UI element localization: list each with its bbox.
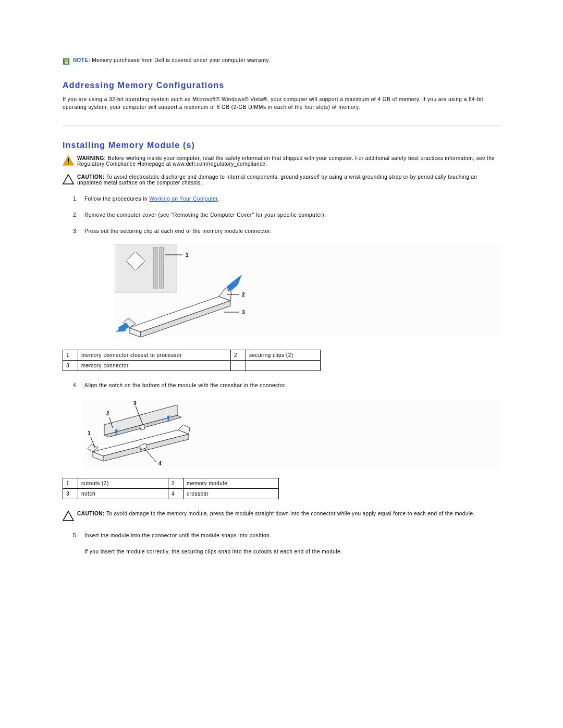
dia1-label-3: 3: [242, 310, 245, 315]
table-row: 3 memory connector: [63, 361, 321, 371]
parts-table-2: 1 cutouts (2) 2 memory module 3 notch 4 …: [63, 478, 279, 499]
step-1-post: .: [218, 196, 219, 202]
t2-2: memory module: [183, 478, 279, 489]
table-row: 1 cutouts (2) 2 memory module: [63, 478, 279, 489]
caution1-body: To avoid electrostatic discharge and dam…: [77, 174, 477, 186]
dia2-label-2: 2: [106, 411, 109, 416]
t1-2: securing clips (2): [246, 350, 321, 361]
step-4: 4.Align the notch on the bottom of the m…: [73, 382, 500, 388]
warning-icon: [63, 155, 74, 167]
dia1-label-2: 2: [242, 292, 245, 298]
caution1-label: CAUTION:: [77, 174, 105, 180]
table-row: 3 notch 4 crossbar: [63, 489, 279, 499]
dia2-label-1: 1: [88, 430, 91, 436]
t2-4: crossbar: [183, 489, 279, 499]
caution2-text: CAUTION: To avoid damage to the memory m…: [77, 511, 475, 516]
step-2: 2.Remove the computer cover (see "Removi…: [73, 212, 500, 218]
t1-3n: 3: [63, 361, 78, 371]
t2-1n: 1: [63, 478, 78, 489]
note-icon: [63, 58, 70, 65]
t1-3: memory connector: [78, 361, 231, 371]
note-text: NOTE: Memory purchased from Dell is cove…: [73, 57, 270, 63]
svg-rect-3: [115, 244, 176, 292]
table-row: 1 memory connector closest to processor …: [63, 350, 321, 361]
t1-4n: [231, 361, 246, 371]
caution-icon: [63, 174, 74, 186]
heading-addressing: Addressing Memory Configurations: [63, 81, 500, 90]
install-steps-cont2: 5.Insert the module into the connector u…: [63, 533, 500, 538]
working-on-computer-link[interactable]: Working on Your Computer: [149, 196, 217, 202]
caution2-body: To avoid damage to the memory module, pr…: [106, 511, 475, 516]
step-1-pre: Follow the procedures in: [84, 196, 149, 202]
install-steps: 1. Follow the procedures in Working on Y…: [63, 196, 500, 234]
svg-rect-2: [68, 163, 69, 164]
parts-table-1: 1 memory connector closest to processor …: [63, 350, 321, 371]
warning-body: Before working inside your computer, rea…: [77, 155, 495, 167]
t1-1n: 1: [63, 350, 78, 361]
heading-install: Installing Memory Module (s): [63, 141, 500, 150]
t2-2n: 2: [168, 478, 183, 489]
step-3: 3.Press out the securing clip at each en…: [73, 228, 500, 234]
step-5-note: If you insert the module correctly, the …: [84, 549, 500, 554]
dia1-label-1: 1: [186, 252, 189, 258]
t2-3n: 3: [63, 489, 78, 499]
step-1: 1. Follow the procedures in Working on Y…: [73, 196, 500, 202]
diagram-connector: 1 2 3: [115, 244, 500, 338]
warning-label: WARNING:: [77, 155, 106, 161]
t2-3: notch: [78, 489, 168, 499]
t1-2n: 2: [231, 350, 246, 361]
note-block: NOTE: Memory purchased from Dell is cove…: [63, 57, 500, 65]
addressing-body: If you are using a 32-bit operating syst…: [63, 95, 500, 111]
dia2-label-3: 3: [133, 400, 137, 406]
svg-line-14: [144, 448, 156, 462]
caution-icon: [63, 511, 74, 522]
note-label: NOTE:: [73, 57, 90, 63]
step-5: 5.Insert the module into the connector u…: [73, 533, 500, 538]
install-steps-cont: 4.Align the notch on the bottom of the m…: [63, 382, 500, 388]
warning-text: WARNING: Before working inside your comp…: [77, 155, 500, 167]
t2-1: cutouts (2): [78, 478, 168, 489]
caution2-block: CAUTION: To avoid damage to the memory m…: [63, 511, 500, 522]
dia2-label-4: 4: [158, 461, 162, 466]
svg-rect-1: [68, 158, 69, 162]
note-body: Memory purchased from Dell is covered un…: [92, 57, 270, 63]
warning-block: WARNING: Before working inside your comp…: [63, 155, 500, 167]
t1-4: [246, 361, 321, 371]
section-divider: [63, 126, 500, 126]
caution2-label: CAUTION:: [77, 511, 105, 516]
caution1-block: CAUTION: To avoid electrostatic discharg…: [63, 174, 500, 186]
page-content: NOTE: Memory purchased from Dell is cove…: [0, 0, 563, 586]
t2-4n: 4: [168, 489, 183, 499]
t1-1: memory connector closest to processor: [78, 350, 231, 361]
diagram-module: 1 2 3 4: [83, 399, 500, 466]
caution1-text: CAUTION: To avoid electrostatic discharg…: [77, 174, 500, 186]
